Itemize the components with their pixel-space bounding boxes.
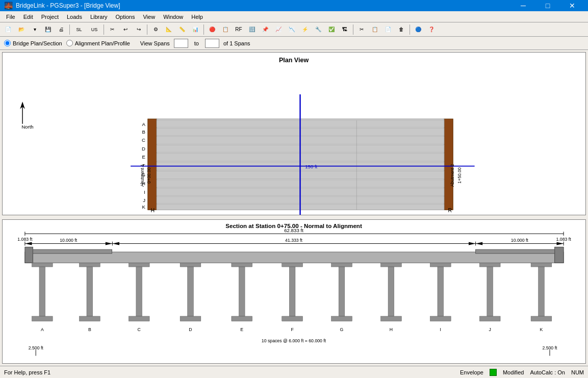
menu-window[interactable]: Window	[159, 13, 187, 21]
menu-loads[interactable]: Loads	[63, 13, 86, 21]
sl-button[interactable]: SL	[72, 24, 86, 35]
menu-edit[interactable]: Edit	[19, 13, 37, 21]
menu-options[interactable]: Options	[112, 13, 139, 21]
beam-label-C: C	[142, 137, 145, 143]
beam-e-top-flange	[232, 263, 252, 267]
redo-button[interactable]: ↪	[133, 24, 145, 35]
beam-section-label-i: I	[440, 327, 441, 332]
toolbar-sep2	[104, 24, 104, 35]
open-button[interactable]: 📂	[15, 24, 28, 35]
app-title: BridgeLink - PGSuper3 - [Bridge View]	[16, 2, 120, 9]
beam-c-top-flange	[129, 263, 149, 267]
tb-btn-6[interactable]: 📋	[219, 24, 232, 35]
tb-btn-13[interactable]: 🔧	[312, 24, 324, 35]
toolbar-sep5	[353, 24, 353, 35]
beam-g-top-flange	[331, 263, 352, 267]
beam-e-bot-flange	[232, 316, 252, 321]
autocalc-label: AutoCalc : On	[530, 369, 565, 375]
spaces-label: 10 spaces @ 6.000 ft = 60.000 ft	[262, 338, 326, 343]
tb-btn-2[interactable]: 📐	[163, 24, 175, 35]
open-dropdown[interactable]: ▾	[29, 24, 41, 35]
tb-btn-18[interactable]: 📄	[382, 24, 394, 35]
beam-a-top-flange	[32, 263, 53, 267]
toolbar-sep6	[410, 24, 410, 35]
total-width-label: 62.833 ft	[284, 228, 303, 233]
tb-btn-3[interactable]: 📏	[176, 24, 188, 35]
right-barrier-label: 10.000 ft	[511, 238, 529, 243]
beam-a-web	[39, 267, 45, 316]
menu-view[interactable]: View	[139, 13, 159, 21]
beam-i-web	[438, 267, 444, 316]
beam-section-label-c: C	[138, 327, 141, 332]
center-span-label: 41.333 ft	[285, 238, 303, 243]
span-to-label: to	[194, 40, 199, 46]
beam-j-top-flange	[479, 263, 500, 267]
beam-section-label-k: K	[540, 327, 543, 332]
tb-btn-5[interactable]: 🔴	[206, 24, 218, 35]
menu-help[interactable]: Help	[187, 13, 207, 21]
tb-btn-17[interactable]: 📋	[369, 24, 381, 35]
toolbar-sep3	[147, 24, 147, 35]
statusbar: For Help, press F1 Envelope Modified Aut…	[0, 366, 588, 378]
print-button[interactable]: 🖨	[55, 24, 67, 35]
alignment-plan-radio-input[interactable]	[66, 40, 73, 46]
beam-b-top-flange	[79, 263, 100, 267]
envelope-label: Envelope	[460, 369, 483, 375]
tb-btn-16[interactable]: ✂	[355, 24, 368, 35]
tb-btn-15[interactable]: 🏗	[339, 24, 351, 35]
beam-a-bot-flange	[32, 316, 53, 321]
save-button[interactable]: 💾	[42, 24, 54, 35]
tb-btn-12[interactable]: ⚡	[299, 24, 311, 35]
span-to-input[interactable]: 1	[205, 39, 219, 48]
menu-project[interactable]: Project	[37, 13, 63, 21]
span-from-input[interactable]: 1	[174, 39, 188, 48]
tb-btn-1[interactable]: ⚙	[149, 24, 162, 35]
tb-btn-20[interactable]: 🔵	[412, 24, 424, 35]
right-barrier-arrow-right	[557, 242, 564, 245]
tb-btn-14[interactable]: ✅	[325, 24, 338, 35]
left-barrier-slab	[33, 249, 112, 254]
beam-section-label-b: B	[88, 327, 91, 332]
minimize-button[interactable]: ─	[512, 0, 535, 11]
tb-btn-9[interactable]: 📌	[259, 24, 271, 35]
beam-d-web	[188, 267, 194, 316]
status-indicator	[490, 369, 497, 376]
view-spans-label: View Spans	[140, 40, 170, 46]
tb-btn-21[interactable]: ❓	[425, 24, 438, 35]
bridge-plan-radio-input[interactable]	[4, 40, 11, 46]
beam-j-bot-flange	[479, 316, 500, 321]
maximize-button[interactable]: □	[536, 0, 559, 11]
bridge-plan-radio[interactable]: Bridge Plan/Section	[4, 40, 62, 46]
beam-f-web	[289, 267, 295, 316]
beam-g-bot-flange	[331, 316, 352, 321]
beam-i-top-flange	[430, 263, 451, 267]
beam-h-bot-flange	[381, 316, 402, 321]
us-button[interactable]: US	[87, 24, 101, 35]
titlebar-controls: ─ □ ✕	[512, 0, 584, 11]
close-button[interactable]: ✕	[560, 0, 584, 11]
beam-k-bot-flange	[531, 316, 552, 321]
menu-file[interactable]: File	[2, 13, 19, 21]
beam-g-web	[339, 267, 345, 316]
cut-button[interactable]: ✂	[106, 24, 118, 35]
alignment-plan-radio[interactable]: Alignment Plan/Profile	[66, 40, 130, 46]
help-text: For Help, press F1	[4, 369, 456, 375]
tb-btn-11[interactable]: 📉	[286, 24, 298, 35]
left-barrier-arrow-right	[106, 242, 113, 245]
beam-label-E: E	[142, 154, 145, 160]
tb-btn-10[interactable]: 📈	[272, 24, 285, 35]
beam-f-top-flange	[282, 263, 303, 267]
alignment-plan-label: Alignment Plan/Profile	[75, 40, 130, 46]
tb-btn-7[interactable]: RF	[233, 24, 245, 35]
menu-library[interactable]: Library	[86, 13, 112, 21]
toolbar-sep4	[203, 24, 204, 35]
undo-button[interactable]: ↩	[119, 24, 132, 35]
new-button[interactable]: 📄	[2, 24, 14, 35]
app-icon: 🌉	[4, 2, 13, 10]
r-label: R	[448, 207, 452, 213]
tb-btn-4[interactable]: 📊	[189, 24, 201, 35]
titlebar-left: 🌉 BridgeLink - PGSuper3 - [Bridge View]	[4, 2, 120, 10]
tb-btn-19[interactable]: 🗑	[395, 24, 407, 35]
tb-btn-8[interactable]: 🔢	[246, 24, 258, 35]
beam-label-B: B	[142, 129, 145, 135]
